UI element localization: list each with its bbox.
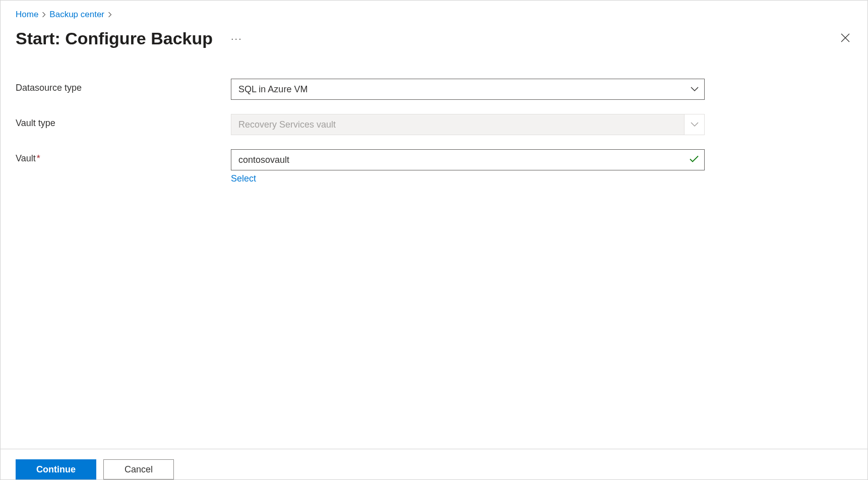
chevron-right-icon — [41, 11, 46, 19]
close-icon — [840, 33, 850, 43]
configure-backup-form: Datasource type SQL in Azure VM Vault ty… — [16, 79, 852, 184]
vault-input-wrapper — [231, 149, 705, 170]
vault-input[interactable] — [231, 149, 705, 170]
vault-type-label: Vault type — [16, 114, 231, 129]
vault-row: Vault* Select — [16, 149, 852, 184]
footer-actions: Continue Cancel — [1, 449, 867, 479]
vault-select-link[interactable]: Select — [231, 173, 256, 184]
vault-type-row: Vault type Recovery Services vault — [16, 114, 852, 135]
cancel-button[interactable]: Cancel — [103, 459, 174, 479]
datasource-type-select[interactable]: SQL in Azure VM — [231, 79, 705, 100]
datasource-type-row: Datasource type SQL in Azure VM — [16, 79, 852, 100]
vault-type-value: Recovery Services vault — [231, 114, 705, 135]
vault-type-select: Recovery Services vault — [231, 114, 705, 135]
continue-button[interactable]: Continue — [16, 459, 96, 479]
breadcrumb-backup-center[interactable]: Backup center — [49, 10, 104, 20]
datasource-type-value: SQL in Azure VM — [231, 79, 705, 100]
vault-label: Vault* — [16, 149, 231, 164]
breadcrumb: Home Backup center — [16, 10, 852, 20]
required-indicator: * — [37, 153, 40, 163]
datasource-type-label: Datasource type — [16, 79, 231, 93]
page-title: Start: Configure Backup — [16, 29, 213, 48]
page-header: Start: Configure Backup ··· — [16, 29, 852, 48]
more-actions-button[interactable]: ··· — [227, 31, 246, 46]
close-button[interactable] — [836, 29, 854, 48]
chevron-right-icon — [107, 11, 112, 19]
breadcrumb-home[interactable]: Home — [16, 10, 38, 20]
